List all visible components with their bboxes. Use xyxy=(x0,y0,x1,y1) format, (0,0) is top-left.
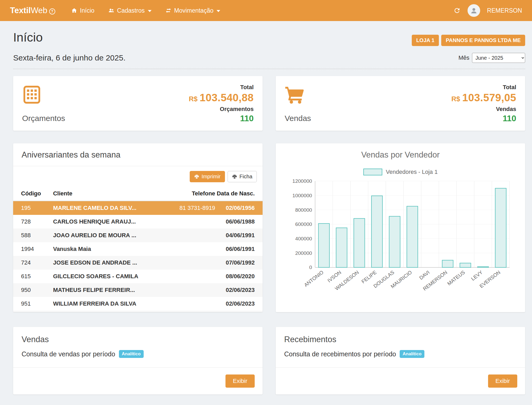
card-title: Vendas xyxy=(285,114,311,123)
cell-nasc: 02/06/2023 xyxy=(215,283,263,297)
cell-cliente: WILLIAM FERREIRA DA SILVA xyxy=(53,297,160,311)
table-row[interactable]: 951WILLIAM FERREIRA DA SILVA02/06/2023 xyxy=(13,297,263,311)
current-date: Sexta-feira, 6 de junho de 2025. xyxy=(13,53,126,62)
cell-nasc: 04/06/1991 xyxy=(215,229,263,242)
column-header-cliente: Cliente xyxy=(53,187,160,201)
birthdays-table: Código Cliente Telefone Data de Nasc. 19… xyxy=(13,187,263,312)
nav-label: Cadastros xyxy=(117,7,145,14)
navbar: TextilWeb ? Início Cadastros Movimentaçã… xyxy=(0,0,532,21)
nav-item-cadastros[interactable]: Cadastros xyxy=(108,7,152,14)
table-row[interactable]: 588JOAO AURELIO DE MOURA ...04/06/1991 xyxy=(13,229,263,242)
orcamentos-card: Orçamentos Total R$103.540,88 Orçamentos… xyxy=(13,76,263,131)
bar-mateus xyxy=(460,263,471,267)
panel-title: Recebimentos xyxy=(284,335,517,344)
print-button[interactable]: Imprimir xyxy=(190,171,225,182)
cell-telefone xyxy=(160,229,215,242)
nav-item-inicio[interactable]: Início xyxy=(71,7,94,14)
chart-legend[interactable]: Vendedores - Loja 1 xyxy=(282,169,519,175)
y-tick-label: 1200000 xyxy=(292,178,312,184)
panel-description: Consulta de recebimentos por período xyxy=(284,350,396,358)
navbar-right: REMERSON xyxy=(453,4,522,17)
cell-codigo: 615 xyxy=(13,270,53,283)
legend-swatch-icon xyxy=(363,169,382,175)
exchange-icon xyxy=(165,7,172,14)
cell-cliente: MATHEUS FELIPE FERREIR... xyxy=(53,283,160,297)
birthday-table-body: 195MARLENE CAMELO DA SILV...81 3731-8919… xyxy=(13,201,263,312)
table-row[interactable]: 587JULIANA LIMA DE ANDRADE98307-690705/0… xyxy=(13,311,263,312)
y-tick-label: 200000 xyxy=(295,250,312,256)
legend-label: Vendedores - Loja 1 xyxy=(386,169,438,175)
bar-waldeson xyxy=(354,219,365,267)
username: REMERSON xyxy=(487,7,522,14)
cell-codigo: 195 xyxy=(13,201,53,215)
cell-cliente: CARLOS HENRIQUE ARAUJ... xyxy=(53,215,160,229)
currency-symbol: R$ xyxy=(451,95,460,103)
brand[interactable]: TextilWeb ? xyxy=(10,6,55,15)
bar-felipe xyxy=(372,196,383,267)
refresh-icon[interactable] xyxy=(453,7,461,14)
company-button[interactable]: PANNOS E PANNOS LTDA ME xyxy=(441,35,525,46)
table-row[interactable]: 615GILCLECIO SOARES - CAMILA08/06/2020 xyxy=(13,270,263,283)
y-tick-label: 600000 xyxy=(295,221,312,227)
x-tick-label: IVSON xyxy=(327,269,342,283)
main-nav: Início Cadastros Movimentação xyxy=(71,7,220,14)
cell-nasc: 06/06/1991 xyxy=(215,242,263,256)
total-value: R$103.579,05 xyxy=(451,92,516,104)
count-label: Orçamentos xyxy=(189,106,254,113)
cell-telefone xyxy=(160,242,215,256)
printer-icon xyxy=(232,174,237,179)
currency-symbol: R$ xyxy=(189,95,198,103)
cell-codigo: 724 xyxy=(13,256,53,270)
card-title: Orçamentos xyxy=(22,114,65,123)
avatar[interactable] xyxy=(468,4,480,17)
chart-title: Vendas por Vendedor xyxy=(282,150,519,160)
store-button[interactable]: LOJA 1 xyxy=(412,35,439,46)
total-label: Total xyxy=(451,84,516,91)
table-row[interactable]: 195MARLENE CAMELO DA SILV...81 3731-8919… xyxy=(13,201,263,215)
nav-label: Movimentação xyxy=(174,7,214,14)
bar-levy xyxy=(478,267,489,267)
cell-codigo: 588 xyxy=(13,229,53,242)
exibir-vendas-button[interactable]: Exibir xyxy=(225,374,255,388)
table-row[interactable]: 1994Vanuska Maia06/06/1991 xyxy=(13,242,263,256)
x-tick-label: FELIPE xyxy=(360,269,378,284)
cell-codigo: 728 xyxy=(13,215,53,229)
month-select[interactable]: June - 2025 xyxy=(472,53,525,63)
x-tick-label: DAVI xyxy=(418,269,431,281)
nav-item-movimentacao[interactable]: Movimentação xyxy=(165,7,220,14)
caret-down-icon xyxy=(217,10,220,12)
vendas-card: Vendas Total R$103.579,05 Vendas 110 xyxy=(276,76,525,131)
total-amount: 103.579,05 xyxy=(462,92,516,103)
y-tick-label: 800000 xyxy=(295,207,312,213)
printer-icon xyxy=(194,174,199,179)
panel-description: Consulta de vendas por período xyxy=(22,350,115,358)
total-value: R$103.540,88 xyxy=(189,92,254,104)
x-tick-label: ANTONIO xyxy=(303,269,325,288)
bar-douglas xyxy=(389,216,400,267)
cell-nasc: 05/06/2023 xyxy=(215,311,263,312)
birthdays-title: Aniversariantes da semana xyxy=(13,143,263,166)
cell-nasc: 08/06/2020 xyxy=(215,270,263,283)
table-row[interactable]: 728CARLOS HENRIQUE ARAUJ...06/06/1988 xyxy=(13,215,263,229)
brand-name-light: Web xyxy=(31,6,47,15)
calculator-icon xyxy=(22,85,42,104)
count-value: 110 xyxy=(189,114,254,123)
cell-codigo: 951 xyxy=(13,297,53,311)
ficha-button[interactable]: Ficha xyxy=(228,171,257,182)
help-icon[interactable]: ? xyxy=(49,8,55,14)
cell-telefone xyxy=(160,297,215,311)
cell-telefone: 81 3731-8919 xyxy=(160,201,215,215)
total-amount: 103.540,88 xyxy=(200,92,254,103)
y-tick-label: 400000 xyxy=(295,236,312,241)
cell-cliente: JOAO AURELIO DE MOURA ... xyxy=(53,229,160,242)
cell-codigo: 1994 xyxy=(13,242,53,256)
cell-nasc: 02/06/2023 xyxy=(215,297,263,311)
exibir-recebimentos-button[interactable]: Exibir xyxy=(488,374,517,388)
table-row[interactable]: 950MATHEUS FELIPE FERREIR...02/06/2023 xyxy=(13,283,263,297)
column-header-nasc: Data de Nasc. xyxy=(215,187,263,201)
cell-nasc: 02/06/1956 xyxy=(215,201,263,215)
y-tick-label: 0 xyxy=(309,265,312,270)
table-row[interactable]: 724JOSE EDSON DE ANDRADE ...07/06/1992 xyxy=(13,256,263,270)
caret-down-icon xyxy=(148,10,152,12)
bar-everson xyxy=(495,188,506,267)
